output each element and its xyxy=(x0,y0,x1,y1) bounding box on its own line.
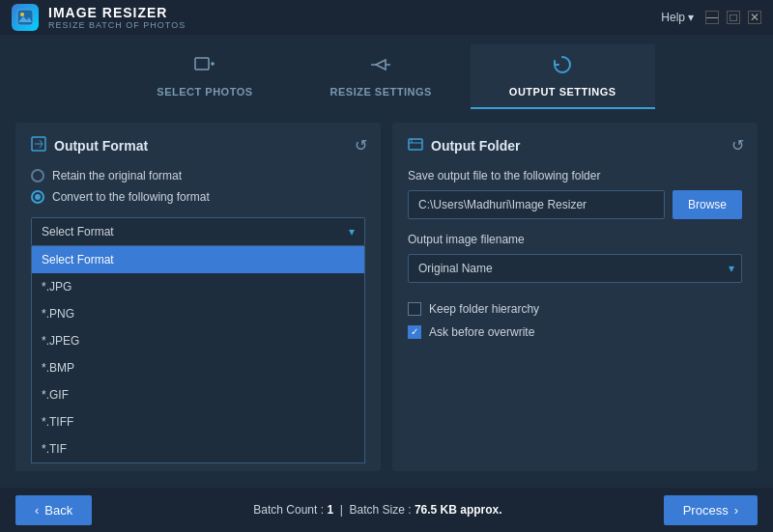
process-button[interactable]: Process › xyxy=(664,495,758,525)
tab-output-label: OUTPUT SETTINGS xyxy=(509,86,616,98)
tab-resize-settings[interactable]: RESIZE SETTINGS xyxy=(292,44,471,109)
format-option-jpeg[interactable]: *.JPEG xyxy=(32,327,364,354)
batch-count-label: Batch Count : xyxy=(253,503,324,517)
resize-icon xyxy=(369,54,392,80)
folder-reset-button[interactable]: ↺ xyxy=(731,136,744,154)
svg-rect-3 xyxy=(195,58,209,70)
footer-info: Batch Count : 1 | Batch Size : 76.5 KB a… xyxy=(253,503,501,517)
format-option-tif[interactable]: *.TIF xyxy=(32,435,364,462)
svg-line-12 xyxy=(40,144,43,148)
ask-overwrite-item[interactable]: Ask before overwrite xyxy=(408,325,742,339)
format-option-bmp[interactable]: *.BMP xyxy=(32,354,364,381)
titlebar: IMAGE RESIZER RESIZE BATCH OF PHOTOS Hel… xyxy=(0,0,773,35)
keep-hierarchy-checkbox[interactable] xyxy=(408,302,421,316)
minimize-button[interactable]: — xyxy=(705,11,719,24)
radio-convert-label: Convert to the following format xyxy=(52,190,210,204)
ask-overwrite-label: Ask before overwrite xyxy=(429,325,534,339)
filename-dropdown[interactable]: Original Name Custom Name xyxy=(408,254,742,283)
titlebar-left: IMAGE RESIZER RESIZE BATCH OF PHOTOS xyxy=(12,4,186,31)
app-title-main: IMAGE RESIZER xyxy=(48,5,186,20)
radio-retain-label: Retain the original format xyxy=(52,169,182,182)
output-folder-panel: Output Folder ↺ Save output file to the … xyxy=(392,123,758,471)
save-label: Save output file to the following folder xyxy=(408,169,742,182)
checkbox-group: Keep folder hierarchy Ask before overwri… xyxy=(408,302,742,339)
format-option-select-format[interactable]: Select Format xyxy=(32,246,364,273)
svg-marker-6 xyxy=(376,60,386,70)
output-folder-title: Output Folder xyxy=(431,138,521,154)
format-dropdown-wrapper: Select Format ▾ Select Format *.JPG *.PN… xyxy=(31,217,365,246)
tab-select-photos-label: SELECT PHOTOS xyxy=(157,86,252,98)
keep-hierarchy-item[interactable]: Keep folder hierarchy xyxy=(408,302,742,316)
output-folder-header: Output Folder xyxy=(408,136,742,155)
tab-select-photos[interactable]: SELECT PHOTOS xyxy=(118,44,291,109)
format-selected-value: Select Format xyxy=(42,225,114,238)
output-format-icon xyxy=(31,136,46,155)
browse-button[interactable]: Browse xyxy=(673,190,742,219)
output-folder-icon xyxy=(408,136,423,155)
format-reset-button[interactable]: ↺ xyxy=(355,136,367,154)
format-dropdown-arrow: ▾ xyxy=(349,225,355,238)
svg-rect-13 xyxy=(409,139,422,150)
tabbar: SELECT PHOTOS RESIZE SETTINGS OUTPUT SET… xyxy=(0,35,773,109)
folder-path-input[interactable] xyxy=(408,190,665,219)
svg-rect-0 xyxy=(17,10,33,25)
format-dropdown-list: Select Format *.JPG *.PNG *.JPEG *.BMP *… xyxy=(31,246,365,463)
batch-size-value: 76.5 KB approx. xyxy=(415,503,502,517)
back-arrow-icon: ‹ xyxy=(35,503,39,518)
format-option-gif[interactable]: *.GIF xyxy=(32,381,364,408)
help-button[interactable]: Help ▾ xyxy=(661,11,694,24)
close-button[interactable]: ✕ xyxy=(748,11,761,24)
back-button[interactable]: ‹ Back xyxy=(15,495,92,525)
format-option-jpg[interactable]: *.JPG xyxy=(32,273,364,300)
output-format-panel: Output Format ↺ Retain the original form… xyxy=(15,123,381,471)
radio-convert[interactable]: Convert to the following format xyxy=(31,190,365,204)
output-icon xyxy=(551,54,574,80)
window-controls: — □ ✕ xyxy=(705,11,761,24)
folder-input-row: Browse xyxy=(408,190,742,219)
tab-output-settings[interactable]: OUTPUT SETTINGS xyxy=(471,44,655,109)
radio-group: Retain the original format Convert to th… xyxy=(31,169,365,204)
filename-label: Output image filename xyxy=(408,233,742,246)
format-option-tiff[interactable]: *.TIFF xyxy=(32,408,364,435)
radio-retain-circle xyxy=(31,169,44,182)
process-arrow-icon: › xyxy=(734,503,738,518)
batch-count-value: 1 xyxy=(327,503,333,517)
output-format-header: Output Format xyxy=(31,136,365,155)
filename-dropdown-container: Original Name Custom Name ▾ xyxy=(408,254,742,283)
select-photos-icon xyxy=(193,54,216,80)
radio-convert-circle xyxy=(31,190,44,204)
maximize-button[interactable]: □ xyxy=(727,11,740,24)
app-title-sub: RESIZE BATCH OF PHOTOS xyxy=(48,20,186,30)
app-icon xyxy=(12,4,39,31)
svg-point-1 xyxy=(20,13,24,16)
app-title: IMAGE RESIZER RESIZE BATCH OF PHOTOS xyxy=(48,5,186,30)
titlebar-right: Help ▾ — □ ✕ xyxy=(661,11,761,24)
ask-overwrite-checkbox[interactable] xyxy=(408,325,421,339)
tab-resize-label: RESIZE SETTINGS xyxy=(330,86,432,98)
format-option-png[interactable]: *.PNG xyxy=(32,300,364,327)
footer: ‹ Back Batch Count : 1 | Batch Size : 76… xyxy=(0,488,773,532)
main-content: Output Format ↺ Retain the original form… xyxy=(0,109,773,485)
radio-retain[interactable]: Retain the original format xyxy=(31,169,365,182)
output-format-title: Output Format xyxy=(54,138,148,154)
batch-size-label: Batch Size : xyxy=(350,503,412,517)
format-dropdown-trigger[interactable]: Select Format ▾ xyxy=(31,217,365,246)
keep-hierarchy-label: Keep folder hierarchy xyxy=(429,302,539,316)
svg-line-11 xyxy=(40,140,43,144)
